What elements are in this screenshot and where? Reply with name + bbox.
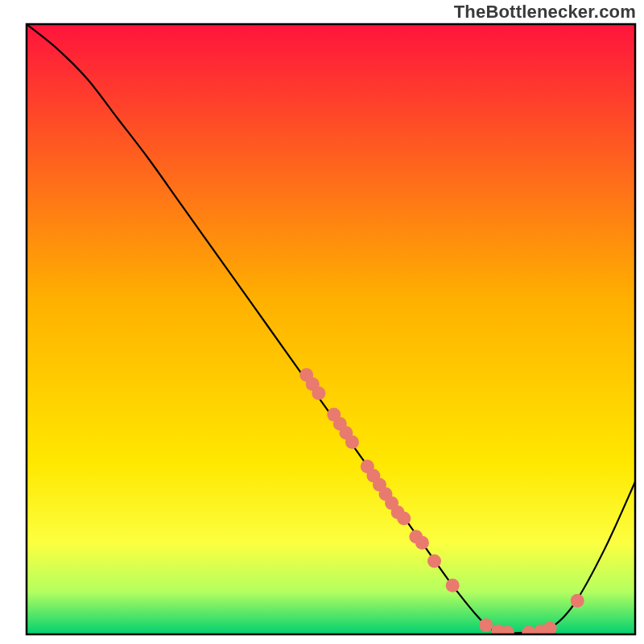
data-dot (543, 621, 557, 635)
data-dot (571, 594, 584, 608)
data-dot (345, 436, 359, 449)
data-dot (312, 386, 325, 400)
data-dot (446, 579, 460, 592)
data-dot (501, 625, 514, 639)
watermark-text: TheBottlenecker.com (454, 2, 636, 23)
data-dot (415, 536, 429, 550)
data-dot (522, 625, 535, 639)
data-dot (397, 511, 411, 525)
plot-background (27, 24, 635, 634)
data-dot (427, 555, 441, 568)
bottleneck-chart (0, 0, 644, 644)
data-dot (479, 618, 493, 632)
